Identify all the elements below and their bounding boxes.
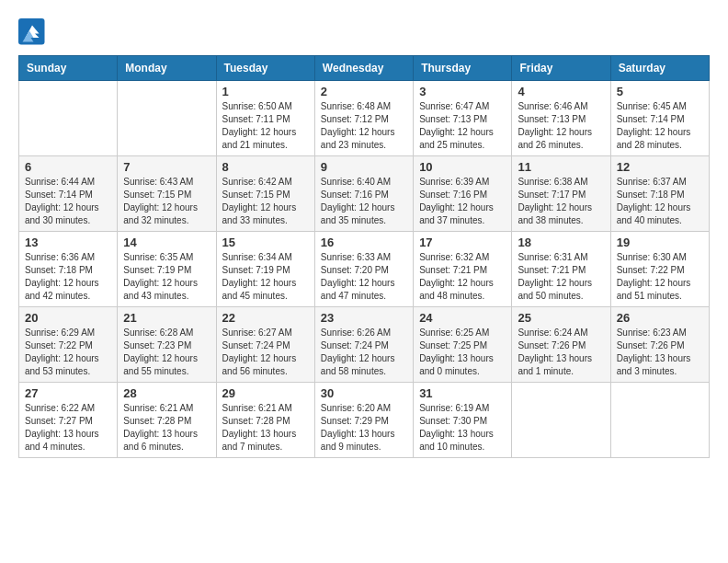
day-info: Sunrise: 6:36 AM Sunset: 7:18 PM Dayligh… <box>25 251 111 303</box>
calendar-cell <box>610 383 709 458</box>
day-info: Sunrise: 6:21 AM Sunset: 7:28 PM Dayligh… <box>123 402 210 454</box>
week-row-5: 27Sunrise: 6:22 AM Sunset: 7:27 PM Dayli… <box>19 383 710 458</box>
day-number: 2 <box>321 85 407 98</box>
day-number: 28 <box>123 386 210 400</box>
calendar-cell: 31Sunrise: 6:19 AM Sunset: 7:30 PM Dayli… <box>414 383 512 458</box>
day-header-tuesday: Tuesday <box>216 56 314 81</box>
calendar-cell: 10Sunrise: 6:39 AM Sunset: 7:16 PM Dayli… <box>414 156 512 232</box>
day-number: 5 <box>617 85 703 98</box>
day-number: 16 <box>321 236 407 249</box>
day-info: Sunrise: 6:31 AM Sunset: 7:21 PM Dayligh… <box>518 251 604 303</box>
day-number: 11 <box>518 160 604 174</box>
calendar-cell: 26Sunrise: 6:23 AM Sunset: 7:26 PM Dayli… <box>610 307 709 383</box>
calendar-cell: 29Sunrise: 6:21 AM Sunset: 7:28 PM Dayli… <box>216 383 314 458</box>
calendar-cell: 15Sunrise: 6:34 AM Sunset: 7:19 PM Dayli… <box>216 232 314 307</box>
calendar-cell: 19Sunrise: 6:30 AM Sunset: 7:22 PM Dayli… <box>610 232 709 307</box>
day-number: 7 <box>123 160 210 174</box>
day-header-saturday: Saturday <box>610 56 709 81</box>
day-info: Sunrise: 6:24 AM Sunset: 7:26 PM Dayligh… <box>518 327 604 378</box>
day-info: Sunrise: 6:48 AM Sunset: 7:12 PM Dayligh… <box>321 100 407 152</box>
day-number: 12 <box>617 160 703 174</box>
day-info: Sunrise: 6:40 AM Sunset: 7:16 PM Dayligh… <box>321 176 407 227</box>
week-row-2: 6Sunrise: 6:44 AM Sunset: 7:14 PM Daylig… <box>19 156 710 232</box>
calendar-cell <box>512 383 610 458</box>
logo-icon <box>18 18 46 46</box>
day-number: 24 <box>419 311 506 325</box>
calendar-cell: 1Sunrise: 6:50 AM Sunset: 7:11 PM Daylig… <box>216 81 314 156</box>
day-number: 4 <box>518 85 604 98</box>
calendar-cell: 20Sunrise: 6:29 AM Sunset: 7:22 PM Dayli… <box>19 307 118 383</box>
day-info: Sunrise: 6:27 AM Sunset: 7:24 PM Dayligh… <box>222 327 309 378</box>
day-number: 29 <box>222 386 309 400</box>
day-header-thursday: Thursday <box>414 56 512 81</box>
day-number: 6 <box>25 160 111 174</box>
calendar-cell: 12Sunrise: 6:37 AM Sunset: 7:18 PM Dayli… <box>610 156 709 232</box>
week-row-1: 1Sunrise: 6:50 AM Sunset: 7:11 PM Daylig… <box>19 81 710 156</box>
calendar-cell: 2Sunrise: 6:48 AM Sunset: 7:12 PM Daylig… <box>314 81 413 156</box>
day-info: Sunrise: 6:22 AM Sunset: 7:27 PM Dayligh… <box>25 402 111 454</box>
day-number: 13 <box>25 236 111 249</box>
day-info: Sunrise: 6:33 AM Sunset: 7:20 PM Dayligh… <box>321 251 407 303</box>
calendar-cell: 18Sunrise: 6:31 AM Sunset: 7:21 PM Dayli… <box>512 232 610 307</box>
day-number: 1 <box>222 85 309 98</box>
day-info: Sunrise: 6:30 AM Sunset: 7:22 PM Dayligh… <box>617 251 703 303</box>
day-number: 15 <box>222 236 309 249</box>
calendar-cell: 7Sunrise: 6:43 AM Sunset: 7:15 PM Daylig… <box>118 156 216 232</box>
calendar-cell: 24Sunrise: 6:25 AM Sunset: 7:25 PM Dayli… <box>414 307 512 383</box>
day-info: Sunrise: 6:32 AM Sunset: 7:21 PM Dayligh… <box>419 251 506 303</box>
day-info: Sunrise: 6:37 AM Sunset: 7:18 PM Dayligh… <box>617 176 703 227</box>
calendar-cell: 14Sunrise: 6:35 AM Sunset: 7:19 PM Dayli… <box>118 232 216 307</box>
day-info: Sunrise: 6:42 AM Sunset: 7:15 PM Dayligh… <box>222 176 309 227</box>
day-header-wednesday: Wednesday <box>314 56 413 81</box>
day-number: 18 <box>518 236 604 249</box>
day-info: Sunrise: 6:23 AM Sunset: 7:26 PM Dayligh… <box>617 327 703 378</box>
day-number: 23 <box>321 311 407 325</box>
calendar-cell: 6Sunrise: 6:44 AM Sunset: 7:14 PM Daylig… <box>19 156 118 232</box>
calendar-table: SundayMondayTuesdayWednesdayThursdayFrid… <box>18 55 710 458</box>
calendar-cell: 8Sunrise: 6:42 AM Sunset: 7:15 PM Daylig… <box>216 156 314 232</box>
day-number: 27 <box>25 386 111 400</box>
calendar-cell: 3Sunrise: 6:47 AM Sunset: 7:13 PM Daylig… <box>414 81 512 156</box>
calendar-cell <box>118 81 216 156</box>
week-row-3: 13Sunrise: 6:36 AM Sunset: 7:18 PM Dayli… <box>19 232 710 307</box>
calendar-cell: 13Sunrise: 6:36 AM Sunset: 7:18 PM Dayli… <box>19 232 118 307</box>
week-row-4: 20Sunrise: 6:29 AM Sunset: 7:22 PM Dayli… <box>19 307 710 383</box>
calendar-cell <box>19 81 118 156</box>
calendar-cell: 9Sunrise: 6:40 AM Sunset: 7:16 PM Daylig… <box>314 156 413 232</box>
day-info: Sunrise: 6:45 AM Sunset: 7:14 PM Dayligh… <box>617 100 703 152</box>
day-header-monday: Monday <box>118 56 216 81</box>
calendar-cell: 11Sunrise: 6:38 AM Sunset: 7:17 PM Dayli… <box>512 156 610 232</box>
day-number: 22 <box>222 311 309 325</box>
day-number: 31 <box>419 386 506 400</box>
day-number: 14 <box>123 236 210 249</box>
day-number: 21 <box>123 311 210 325</box>
day-number: 19 <box>617 236 703 249</box>
calendar-cell: 16Sunrise: 6:33 AM Sunset: 7:20 PM Dayli… <box>314 232 413 307</box>
day-info: Sunrise: 6:21 AM Sunset: 7:28 PM Dayligh… <box>222 402 309 454</box>
calendar-cell: 17Sunrise: 6:32 AM Sunset: 7:21 PM Dayli… <box>414 232 512 307</box>
day-info: Sunrise: 6:29 AM Sunset: 7:22 PM Dayligh… <box>25 327 111 378</box>
day-info: Sunrise: 6:39 AM Sunset: 7:16 PM Dayligh… <box>419 176 506 227</box>
day-info: Sunrise: 6:26 AM Sunset: 7:24 PM Dayligh… <box>321 327 407 378</box>
day-info: Sunrise: 6:20 AM Sunset: 7:29 PM Dayligh… <box>321 402 407 454</box>
day-info: Sunrise: 6:44 AM Sunset: 7:14 PM Dayligh… <box>25 176 111 227</box>
calendar-cell: 30Sunrise: 6:20 AM Sunset: 7:29 PM Dayli… <box>314 383 413 458</box>
day-header-friday: Friday <box>512 56 610 81</box>
day-info: Sunrise: 6:43 AM Sunset: 7:15 PM Dayligh… <box>123 176 210 227</box>
day-info: Sunrise: 6:50 AM Sunset: 7:11 PM Dayligh… <box>222 100 309 152</box>
day-info: Sunrise: 6:47 AM Sunset: 7:13 PM Dayligh… <box>419 100 506 152</box>
calendar-cell: 4Sunrise: 6:46 AM Sunset: 7:13 PM Daylig… <box>512 81 610 156</box>
calendar-cell: 23Sunrise: 6:26 AM Sunset: 7:24 PM Dayli… <box>314 307 413 383</box>
header-row: SundayMondayTuesdayWednesdayThursdayFrid… <box>19 56 710 81</box>
day-info: Sunrise: 6:34 AM Sunset: 7:19 PM Dayligh… <box>222 251 309 303</box>
day-header-sunday: Sunday <box>19 56 118 81</box>
day-info: Sunrise: 6:19 AM Sunset: 7:30 PM Dayligh… <box>419 402 506 454</box>
day-info: Sunrise: 6:46 AM Sunset: 7:13 PM Dayligh… <box>518 100 604 152</box>
calendar-cell: 22Sunrise: 6:27 AM Sunset: 7:24 PM Dayli… <box>216 307 314 383</box>
day-info: Sunrise: 6:38 AM Sunset: 7:17 PM Dayligh… <box>518 176 604 227</box>
day-number: 3 <box>419 85 506 98</box>
day-number: 17 <box>419 236 506 249</box>
day-info: Sunrise: 6:28 AM Sunset: 7:23 PM Dayligh… <box>123 327 210 378</box>
day-info: Sunrise: 6:25 AM Sunset: 7:25 PM Dayligh… <box>419 327 506 378</box>
day-info: Sunrise: 6:35 AM Sunset: 7:19 PM Dayligh… <box>123 251 210 303</box>
